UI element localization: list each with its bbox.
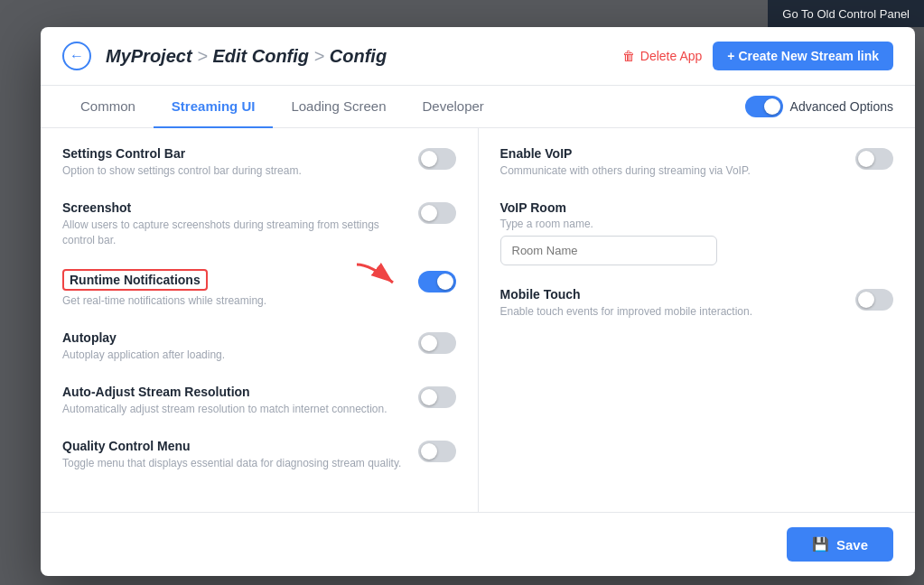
setting-info: Runtime Notifications Get real-time noti… bbox=[62, 269, 404, 309]
tab-developer[interactable]: Developer bbox=[404, 86, 501, 128]
settings-left-column: Settings Control Bar Option to show sett… bbox=[41, 128, 478, 512]
toggle-switch[interactable] bbox=[418, 148, 456, 170]
modal-footer: 💾 Save bbox=[41, 512, 915, 576]
breadcrumb: MyProject > Edit Config > Config bbox=[106, 46, 608, 67]
toggle-screenshot[interactable] bbox=[418, 200, 456, 224]
setting-enable-voip: Enable VoIP Communicate with others duri… bbox=[500, 146, 894, 179]
setting-desc: Toggle menu that displays essential data… bbox=[62, 456, 404, 471]
setting-info: Mobile Touch Enable touch events for imp… bbox=[500, 287, 842, 320]
tab-streaming-ui[interactable]: Streaming UI bbox=[154, 86, 274, 128]
toggle-switch[interactable] bbox=[855, 289, 893, 311]
header-actions: 🗑 Delete App + Create New Stream link bbox=[622, 42, 893, 70]
voip-room-title: VoIP Room bbox=[500, 200, 894, 215]
advanced-options-toggle-switch[interactable] bbox=[745, 96, 783, 117]
setting-desc: Get real-time notifications while stream… bbox=[62, 293, 404, 309]
setting-quality-control: Quality Control Menu Toggle menu that di… bbox=[62, 439, 456, 471]
setting-title: Mobile Touch bbox=[500, 287, 842, 302]
toggle-switch[interactable] bbox=[418, 386, 456, 408]
toggle-mobile-touch[interactable] bbox=[855, 287, 893, 311]
modal: ← MyProject > Edit Config > Config 🗑 Del… bbox=[41, 27, 915, 576]
breadcrumb-part2: Edit Config bbox=[212, 46, 309, 66]
setting-title: Screenshot bbox=[62, 200, 404, 215]
setting-info: Autoplay Autoplay application after load… bbox=[62, 330, 404, 363]
old-control-panel-link[interactable]: Go To Old Control Panel bbox=[782, 7, 910, 21]
delete-app-label: Delete App bbox=[640, 49, 703, 63]
toggle-switch-on[interactable] bbox=[418, 271, 456, 292]
toggle-enable-voip[interactable] bbox=[855, 146, 893, 170]
setting-desc: Enable touch events for improved mobile … bbox=[500, 304, 842, 320]
setting-title-runtime: Runtime Notifications bbox=[62, 269, 404, 291]
save-icon: 💾 bbox=[812, 536, 829, 552]
setting-title: Autoplay bbox=[62, 330, 404, 345]
setting-mobile-touch: Mobile Touch Enable touch events for imp… bbox=[500, 287, 894, 320]
setting-runtime-notifications: Runtime Notifications Get real-time noti… bbox=[62, 269, 456, 309]
top-bar: Go To Old Control Panel bbox=[768, 0, 924, 27]
setting-screenshot: Screenshot Allow users to capture screen… bbox=[62, 200, 456, 248]
tab-loading-screen[interactable]: Loading Screen bbox=[273, 86, 404, 128]
setting-info: Enable VoIP Communicate with others duri… bbox=[500, 146, 842, 179]
setting-title: Enable VoIP bbox=[500, 146, 842, 161]
breadcrumb-part3: Config bbox=[330, 46, 387, 66]
setting-title: Settings Control Bar bbox=[62, 146, 404, 161]
toggle-settings-control-bar[interactable] bbox=[418, 146, 456, 170]
toggle-quality-control[interactable] bbox=[418, 439, 456, 462]
setting-info: Settings Control Bar Option to show sett… bbox=[62, 146, 404, 179]
breadcrumb-part1: MyProject bbox=[106, 46, 192, 66]
setting-title: Quality Control Menu bbox=[62, 439, 404, 453]
create-stream-link-button[interactable]: + Create New Stream link bbox=[713, 42, 893, 70]
setting-title: Auto-Adjust Stream Resolution bbox=[62, 385, 404, 399]
setting-desc: Autoplay application after loading. bbox=[62, 348, 404, 363]
voip-room-section: VoIP Room Type a room name. bbox=[500, 200, 894, 265]
tab-common[interactable]: Common bbox=[62, 86, 154, 128]
setting-desc: Option to show settings control bar duri… bbox=[62, 163, 404, 179]
runtime-highlight-box: Runtime Notifications bbox=[62, 269, 208, 291]
toggle-auto-adjust[interactable] bbox=[418, 385, 456, 408]
setting-desc: Allow users to capture screenshots durin… bbox=[62, 218, 404, 248]
voip-room-sublabel: Type a room name. bbox=[500, 218, 894, 230]
advanced-options-label: Advanced Options bbox=[790, 99, 893, 114]
setting-desc: Communicate with others during streaming… bbox=[500, 163, 842, 179]
modal-header: ← MyProject > Edit Config > Config 🗑 Del… bbox=[41, 27, 915, 86]
toggle-switch[interactable] bbox=[855, 148, 893, 170]
setting-info: Screenshot Allow users to capture screen… bbox=[62, 200, 404, 248]
toggle-runtime-notifications[interactable] bbox=[418, 269, 456, 292]
trash-icon: 🗑 bbox=[622, 49, 635, 63]
breadcrumb-sep1: > bbox=[192, 46, 213, 66]
toggle-switch[interactable] bbox=[418, 202, 456, 224]
modal-body: Settings Control Bar Option to show sett… bbox=[41, 128, 915, 512]
settings-right-column: Enable VoIP Communicate with others duri… bbox=[478, 128, 916, 512]
voip-room-input[interactable] bbox=[500, 236, 717, 265]
save-label: Save bbox=[836, 537, 868, 552]
setting-info: Auto-Adjust Stream Resolution Automatica… bbox=[62, 385, 404, 417]
save-button[interactable]: 💾 Save bbox=[787, 527, 893, 562]
advanced-options-toggle[interactable]: Advanced Options bbox=[745, 96, 893, 117]
toggle-switch[interactable] bbox=[418, 441, 456, 462]
setting-autoplay: Autoplay Autoplay application after load… bbox=[62, 330, 456, 363]
delete-app-button[interactable]: 🗑 Delete App bbox=[622, 49, 703, 63]
setting-desc: Automatically adjust stream resolution t… bbox=[62, 402, 404, 417]
toggle-switch[interactable] bbox=[418, 332, 456, 354]
setting-auto-adjust: Auto-Adjust Stream Resolution Automatica… bbox=[62, 385, 456, 417]
breadcrumb-sep2: > bbox=[309, 46, 330, 66]
back-button[interactable]: ← bbox=[62, 42, 91, 70]
setting-settings-control-bar: Settings Control Bar Option to show sett… bbox=[62, 146, 456, 179]
tabs-bar: Common Streaming UI Loading Screen Devel… bbox=[41, 86, 915, 128]
create-label: + Create New Stream link bbox=[727, 49, 879, 63]
setting-info: Quality Control Menu Toggle menu that di… bbox=[62, 439, 404, 471]
toggle-autoplay[interactable] bbox=[418, 330, 456, 354]
